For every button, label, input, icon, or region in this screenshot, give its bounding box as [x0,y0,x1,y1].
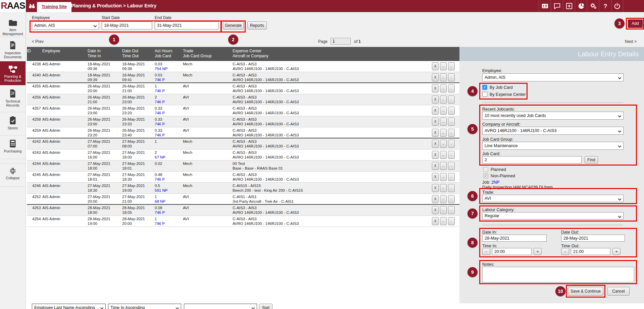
find-button[interactable]: Find [585,156,598,164]
job-card-link[interactable]: 746 P [155,210,165,214]
time-out-input[interactable] [571,248,610,255]
end-date-input[interactable] [155,21,218,29]
row-copy-button[interactable]: . [448,162,455,170]
help-icon[interactable]: ? [599,0,611,12]
sidebar-item-technical-records[interactable]: Technical Records [0,85,26,112]
row-delete-button[interactable]: X [432,96,439,104]
time-out-minus-button[interactable]: - [561,248,569,255]
non-planned-checkbox[interactable]: ✓ [483,173,488,178]
job-card-link[interactable]: 746 P [155,122,165,126]
time-in-plus-button[interactable]: + [534,248,542,255]
time-in-minus-button[interactable]: - [482,248,490,255]
row-copy-button[interactable]: . [448,84,455,92]
row-edit-button[interactable]: .. [440,107,447,115]
job-card-link[interactable]: 67 NP [155,155,165,159]
row-delete-button[interactable]: X [432,129,439,137]
row-delete-button[interactable]: X [432,217,439,225]
page-number-input[interactable] [331,38,351,45]
settings-gears-icon[interactable] [587,0,599,12]
job-card-link[interactable]: 754 NP [155,67,167,71]
company-aircraft-select[interactable]: AVRO 146RJ100 - 146RJ100 - C-AIS3 [482,127,624,135]
panel-employee-select[interactable]: Admin, AIS [482,73,624,81]
row-delete-button[interactable]: X [432,173,439,181]
row-delete-button[interactable]: X [432,118,439,126]
job-number-link[interactable]: 2NP [491,180,499,185]
row-delete-button[interactable]: X [432,184,439,192]
start-date-input[interactable] [102,21,152,29]
prev-page-link[interactable]: < Prev [32,39,44,44]
save-continue-button[interactable]: Save & Continue [568,287,603,296]
by-job-card-checkbox[interactable]: ✓ [482,85,487,90]
sidebar-item-purchasing[interactable]: Purchasing [0,136,26,159]
row-copy-button[interactable]: . [448,118,455,126]
job-card-link[interactable]: 746 P [155,89,165,93]
row-delete-button[interactable]: X [432,151,439,159]
recent-jobcards-select[interactable]: 10 most recently used Job Cards [482,112,624,120]
row-copy-button[interactable]: . [448,151,455,159]
sort-field-1-select[interactable]: Employee Last Name Ascending [32,304,106,309]
row-delete-button[interactable]: X [432,162,439,170]
row-copy-button[interactable]: . [448,62,455,70]
row-edit-button[interactable]: .. [440,173,447,181]
row-edit-button[interactable]: .. [440,73,447,81]
row-edit-button[interactable]: .. [440,162,447,170]
job-card-link[interactable]: 746 P [155,111,165,115]
row-edit-button[interactable]: .. [440,217,447,225]
labour-category-select[interactable]: Regular [482,212,624,220]
row-edit-button[interactable]: .. [440,96,447,104]
notes-textarea[interactable] [482,267,634,283]
row-copy-button[interactable]: . [448,140,455,148]
trade-select[interactable]: AVI [482,195,624,202]
row-delete-button[interactable]: X [432,62,439,70]
row-copy-button[interactable]: . [448,96,455,104]
employee-filter-select[interactable]: Admin, AIS [32,21,99,29]
sort-field-2-select[interactable]: Time In Ascending [108,304,181,309]
sort-field-3-select[interactable] [184,304,257,309]
date-in-input[interactable] [482,235,547,242]
row-copy-button[interactable]: . [448,73,455,81]
row-edit-button[interactable]: .. [440,206,447,214]
row-copy-button[interactable]: . [448,217,455,225]
row-edit-button[interactable]: .. [440,151,447,159]
time-in-input[interactable] [492,248,532,255]
row-edit-button[interactable]: .. [440,62,447,70]
id-card-icon[interactable] [539,0,551,12]
row-edit-button[interactable]: .. [440,129,447,137]
job-card-link[interactable]: 746 P [155,222,165,226]
generate-button[interactable]: Generate [223,21,244,29]
sidebar-item-stores[interactable]: Stores [0,112,26,136]
date-out-input[interactable] [561,235,625,242]
job-card-link[interactable]: 68 NP [155,199,165,203]
row-copy-button[interactable]: . [448,173,455,181]
row-copy-button[interactable]: . [448,129,455,137]
row-delete-button[interactable]: X [432,73,439,81]
sidebar-item-inspection-documents[interactable]: Inspection Documents [0,37,26,61]
job-card-link[interactable]: 746 P [155,100,165,104]
row-delete-button[interactable]: X [432,84,439,92]
time-out-plus-button[interactable]: + [612,248,621,255]
pie-chart-icon[interactable] [575,0,587,12]
row-delete-button[interactable]: X [432,107,439,115]
row-edit-button[interactable]: .. [440,84,447,92]
job-card-link[interactable]: 591 NP [155,188,167,192]
row-copy-button[interactable]: . [448,206,455,214]
row-delete-button[interactable]: X [432,206,439,214]
planned-checkbox[interactable] [483,167,488,172]
row-edit-button[interactable]: .. [440,184,447,192]
tab-training-site[interactable]: Training Site [37,2,71,12]
binoculars-icon[interactable] [28,2,36,10]
add-button[interactable]: Add [628,19,643,28]
sidebar-item-planning-production[interactable]: Planning & Production [0,61,26,85]
power-icon[interactable] [611,0,623,12]
row-edit-button[interactable]: .. [440,140,447,148]
chat-icon[interactable] [551,0,563,12]
job-card-group-select[interactable]: Line Maintenance [482,142,624,150]
cancel-button[interactable]: Cancel [607,287,630,296]
job-card-link[interactable]: 746 P [155,133,165,137]
sort-button[interactable]: Sort [259,304,273,309]
sidebar-item-collapse[interactable]: Collapse [0,163,26,187]
by-expense-center-checkbox[interactable] [482,92,487,97]
next-page-link[interactable]: Next > [625,39,637,44]
reports-button[interactable]: Reports [247,21,267,29]
add-window-icon[interactable] [563,0,575,12]
